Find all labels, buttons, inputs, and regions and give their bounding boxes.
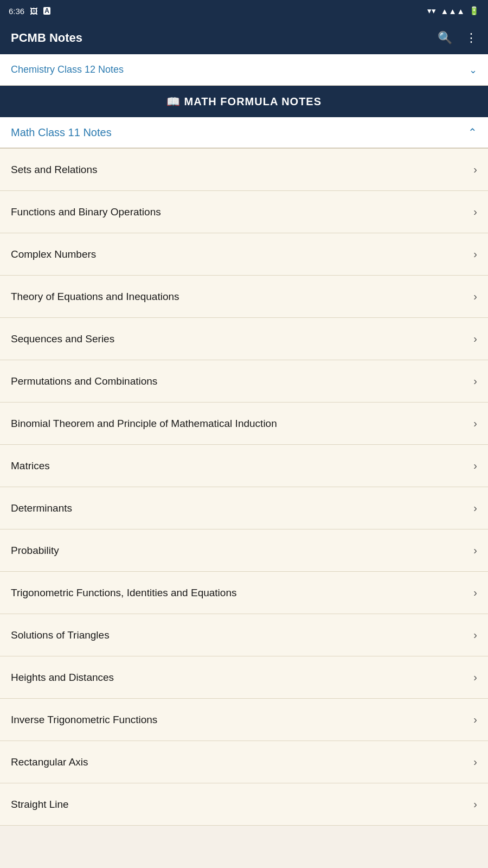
photo-icon: 🖼	[30, 7, 38, 16]
app-title: PCMB Notes	[11, 31, 82, 45]
chemistry-expand-icon: ⌄	[469, 64, 477, 76]
list-item[interactable]: Binomial Theorem and Principle of Mathem…	[0, 403, 488, 445]
time-display: 6:36	[9, 7, 24, 16]
book-icon: 📖	[166, 95, 184, 108]
math-class-label: Math Class 11 Notes	[11, 126, 112, 139]
list-item[interactable]: Rectangular Axis›	[0, 741, 488, 783]
list-item-arrow-icon: ›	[473, 756, 477, 768]
list-item[interactable]: Probability›	[0, 529, 488, 572]
list-item[interactable]: Matrices›	[0, 445, 488, 487]
list-item[interactable]: Permutations and Combinations›	[0, 360, 488, 403]
list-item[interactable]: Straight Line›	[0, 783, 488, 826]
list-item-arrow-icon: ›	[473, 671, 477, 684]
list-item-arrow-icon: ›	[473, 586, 477, 599]
list-item-arrow-icon: ›	[473, 502, 477, 514]
list-item-arrow-icon: ›	[473, 290, 477, 303]
status-bar: 6:36 🖼 A ▾▾ ▲▲▲ 🔋	[0, 0, 488, 22]
list-item[interactable]: Complex Numbers›	[0, 233, 488, 276]
list-item[interactable]: Theory of Equations and Inequations›	[0, 276, 488, 318]
list-item-label: Permutations and Combinations	[11, 375, 157, 387]
list-item-arrow-icon: ›	[473, 248, 477, 260]
list-item-label: Solutions of Triangles	[11, 629, 110, 641]
list-item[interactable]: Heights and Distances›	[0, 656, 488, 699]
chemistry-class-dropdown[interactable]: Chemistry Class 12 Notes ⌄	[0, 54, 488, 86]
list-item-label: Probability	[11, 545, 59, 557]
list-item[interactable]: Trigonometric Functions, Identities and …	[0, 572, 488, 614]
list-item-label: Straight Line	[11, 799, 69, 810]
battery-icon: 🔋	[469, 6, 479, 16]
search-icon[interactable]: 🔍	[438, 31, 452, 45]
list-item-arrow-icon: ›	[473, 629, 477, 641]
list-item-label: Matrices	[11, 460, 50, 472]
wifi-icon: ▾▾	[427, 6, 436, 16]
math-class-collapse-icon: ⌃	[468, 126, 477, 139]
list-item-arrow-icon: ›	[473, 798, 477, 810]
list-item-label: Functions and Binary Operations	[11, 206, 161, 218]
list-item-label: Heights and Distances	[11, 672, 114, 684]
math-formula-header: 📖 MATH FORMULA NOTES	[0, 86, 488, 117]
signal-icon: ▲▲▲	[440, 7, 465, 16]
list-item-label: Trigonometric Functions, Identities and …	[11, 587, 236, 599]
list-item-label: Rectangular Axis	[11, 756, 88, 768]
list-item[interactable]: Determinants›	[0, 487, 488, 529]
list-item[interactable]: Sets and Relations›	[0, 149, 488, 191]
status-bar-right: ▾▾ ▲▲▲ 🔋	[427, 6, 479, 16]
list-item-arrow-icon: ›	[473, 417, 477, 430]
list-item-label: Sets and Relations	[11, 164, 98, 176]
list-item-label: Sequences and Series	[11, 333, 114, 345]
math-class-dropdown[interactable]: Math Class 11 Notes ⌃	[0, 117, 488, 149]
list-item-label: Inverse Trigonometric Functions	[11, 714, 157, 726]
more-options-icon[interactable]: ⋮	[465, 31, 477, 45]
list-item[interactable]: Functions and Binary Operations›	[0, 191, 488, 233]
section-header-label: MATH FORMULA NOTES	[184, 95, 322, 108]
list-item-arrow-icon: ›	[473, 375, 477, 387]
list-item-arrow-icon: ›	[473, 163, 477, 176]
list-item-arrow-icon: ›	[473, 333, 477, 345]
list-item-label: Determinants	[11, 502, 72, 514]
status-bar-left: 6:36 🖼 A	[9, 7, 50, 16]
list-item[interactable]: Sequences and Series›	[0, 318, 488, 360]
list-item[interactable]: Inverse Trigonometric Functions›	[0, 699, 488, 741]
app-bar-actions: 🔍 ⋮	[438, 31, 477, 45]
list-item-label: Complex Numbers	[11, 248, 96, 260]
app-bar: PCMB Notes 🔍 ⋮	[0, 22, 488, 54]
list-item[interactable]: Solutions of Triangles›	[0, 614, 488, 656]
topics-list: Sets and Relations›Functions and Binary …	[0, 149, 488, 826]
list-item-arrow-icon: ›	[473, 459, 477, 472]
list-item-arrow-icon: ›	[473, 713, 477, 726]
list-item-label: Theory of Equations and Inequations	[11, 291, 179, 303]
list-item-arrow-icon: ›	[473, 206, 477, 218]
chemistry-class-label: Chemistry Class 12 Notes	[11, 64, 124, 75]
list-item-label: Binomial Theorem and Principle of Mathem…	[11, 418, 277, 430]
text-icon: A	[43, 7, 50, 15]
list-item-arrow-icon: ›	[473, 544, 477, 557]
